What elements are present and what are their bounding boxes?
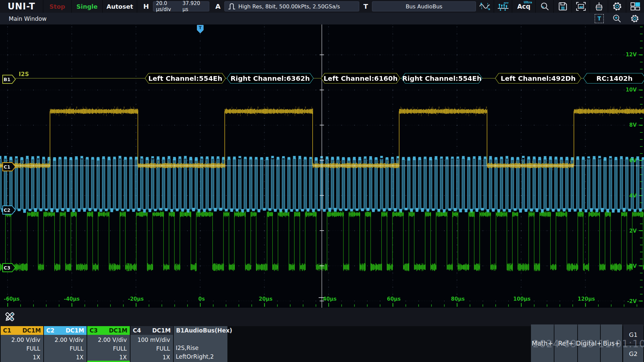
waveform-display[interactable]: T I2S Left Channel:554Eh Right Channel:6… <box>0 24 644 308</box>
save-button[interactable] <box>554 0 572 13</box>
volt-label: 4V <box>629 193 637 199</box>
acq-button[interactable]: Ultra Acq <box>512 0 536 13</box>
lower-strip <box>0 308 644 326</box>
search-button[interactable] <box>536 0 554 13</box>
window-settings-button[interactable] <box>630 14 639 23</box>
bus-add-button[interactable]: Bus+ <box>601 324 622 362</box>
bus-decode-frame: Right Channel:554Eh <box>401 73 482 84</box>
save-icon <box>558 2 568 11</box>
digital-add-button[interactable]: Digital+ <box>578 324 600 362</box>
settings-button[interactable] <box>608 0 626 13</box>
timebase-value: 20.0 µs/div <box>156 0 182 12</box>
volt-label: 2V <box>629 228 637 234</box>
channel-bandwidth: FULL <box>132 345 170 353</box>
trigger-position-marker[interactable]: T <box>196 25 204 34</box>
top-toolbar: UNI-T Stop Single Autoset H 20.0 µs/div … <box>0 0 644 13</box>
group-g2-button[interactable]: G2 <box>623 345 643 362</box>
volt-label: 0V <box>629 263 637 269</box>
clear-brush-icon <box>594 2 604 11</box>
trigger-source: Bus AudioBus <box>406 3 442 10</box>
display-layout-button[interactable] <box>626 0 644 13</box>
time-label: 120µs <box>578 296 595 302</box>
time-label: -60µs <box>4 296 19 302</box>
ref-add-button[interactable]: Ref+ <box>554 324 577 362</box>
trigger-settings[interactable]: Bus AudioBus <box>372 1 476 11</box>
channel-box-c1[interactable]: C1DC1M 2.00 V/div FULL 1X <box>1 326 43 362</box>
channel-tag-c1[interactable]: C1 <box>2 162 16 172</box>
group-g1-button[interactable]: G1 <box>623 324 643 345</box>
svg-text:C3: C3 <box>4 265 10 270</box>
time-label: 20µs <box>259 296 273 302</box>
time-label: 80µs <box>451 296 465 302</box>
time-label: 40µs <box>323 296 337 302</box>
selected-indicator <box>87 361 130 362</box>
horizontal-label: H <box>139 2 153 10</box>
bottom-panel: C1DC1M 2.00 V/div FULL 1X C2DC1M 2.00 V/… <box>0 326 644 362</box>
screenshot-icon <box>576 2 586 11</box>
bus-decode-frame: Right Channel:6362h <box>227 73 314 84</box>
search-icon <box>540 2 549 11</box>
svg-text:A: A <box>480 2 482 5</box>
bus-b1-box[interactable]: B1AudioBus(Hex) I2S,Rise LeftOrRight,2 <box>174 326 227 362</box>
channel-box-c3[interactable]: C3DC1M 2.00 V/div FULL 1X <box>87 326 130 362</box>
channel-coupling: DC1M <box>152 327 171 334</box>
window-title: Main Window <box>9 15 47 22</box>
pulse-icon <box>228 3 235 10</box>
channel-probe: 1X <box>3 354 40 361</box>
channel-tag-c2[interactable]: C2 <box>2 205 16 215</box>
channel-probe: 1X <box>132 354 170 361</box>
volt-label: 8V <box>629 122 637 128</box>
time-label: -20µs <box>128 296 144 302</box>
channel-id: C4 <box>133 327 141 334</box>
cursor-measure-button[interactable]: A B <box>476 0 494 13</box>
bus-decode-frame: RC:1402h <box>583 73 644 84</box>
zoom-in-button[interactable] <box>612 14 622 23</box>
channel-bandwidth: FULL <box>89 345 127 353</box>
channel-scale: 100 mV/div <box>132 336 170 344</box>
gear-icon <box>612 1 622 11</box>
autoset-button[interactable]: Autoset <box>103 0 137 13</box>
fft-button[interactable]: FFT <box>494 0 512 13</box>
ultra-badge: Ultra <box>524 1 532 4</box>
channel-box-c4[interactable]: C4DC1M 100 mV/div FULL 1X <box>130 326 173 362</box>
channel-tag-b1[interactable]: B1 <box>2 74 16 84</box>
channel-bandwidth: FULL <box>46 345 84 353</box>
display-layout-icon <box>630 2 640 11</box>
time-label: -40µs <box>64 296 79 302</box>
time-label: 0s <box>198 296 205 302</box>
fft-icon: FFT <box>497 2 509 11</box>
horizontal-settings[interactable]: 20.0 µs/div 37.920 µs <box>153 1 209 11</box>
bus-protocol-label: I2S <box>19 71 29 77</box>
acquire-info: High Res, 8bit, 500.00kPts, 2.50GSa/s <box>238 3 340 10</box>
annotation-tools-icon[interactable] <box>4 311 15 322</box>
channel-bandwidth: FULL <box>3 345 40 353</box>
acquire-settings[interactable]: High Res, 8bit, 500.00kPts, 2.50GSa/s <box>224 1 359 11</box>
annotation-text-button[interactable]: T <box>595 14 604 23</box>
clear-button[interactable] <box>590 0 608 13</box>
bus-config-line2: LeftOrRight,2 <box>176 353 224 361</box>
volt-label: 10V <box>626 87 637 93</box>
screenshot-button[interactable] <box>572 0 590 13</box>
scope-plot-canvas[interactable] <box>0 24 644 308</box>
channel-probe: 1X <box>46 354 84 361</box>
channel-scale: 2.00 V/div <box>46 336 84 344</box>
single-button[interactable]: Single <box>72 0 103 13</box>
acquire-label: A <box>211 2 224 10</box>
bus-box-header: B1AudioBus(Hex) <box>174 326 227 335</box>
brand-logo: UNI-T <box>0 0 43 13</box>
channel-box-c2[interactable]: C2DC1M 2.00 V/div FULL 1X <box>44 326 87 362</box>
window-bar: Main Window T <box>0 13 644 25</box>
channel-coupling: DC1M <box>66 327 84 334</box>
channel-id: C2 <box>46 327 54 334</box>
bus-decode-frame: Left Channel:492Dh <box>495 73 581 84</box>
channel-coupling: DC1M <box>109 327 127 334</box>
svg-text:FFT: FFT <box>504 2 509 5</box>
bus-decode-text: Left Channel:6160h <box>321 73 400 83</box>
math-add-button[interactable]: Math+ <box>531 324 554 362</box>
channel-tag-c3[interactable]: C3 <box>2 263 16 273</box>
bus-decode-frame: Left Channel:554Eh <box>145 73 226 84</box>
run-stop-button[interactable]: Stop <box>43 0 72 13</box>
bus-decode-text: Left Channel:492Dh <box>495 73 581 83</box>
svg-text:B1: B1 <box>4 77 10 82</box>
svg-text:B: B <box>488 8 490 11</box>
